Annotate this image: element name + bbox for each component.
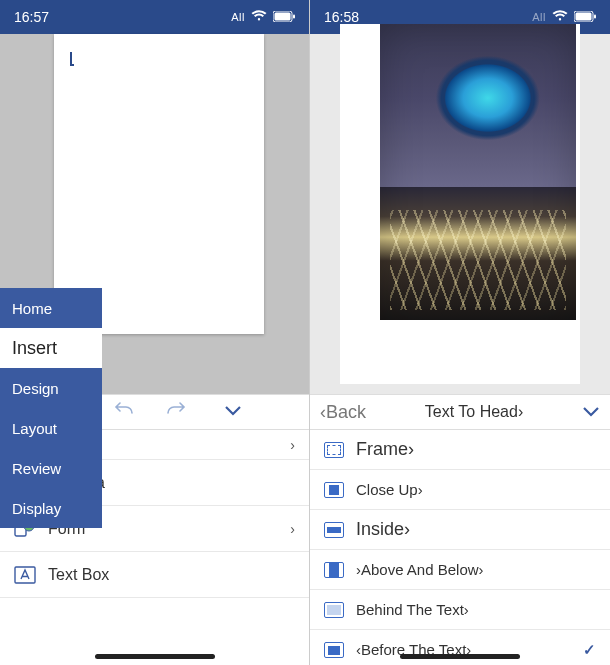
- battery-icon: [574, 9, 596, 25]
- collapse-panel-icon[interactable]: [582, 402, 600, 423]
- wrap-tight-icon: [324, 482, 344, 498]
- wrap-through-icon: [324, 522, 344, 538]
- svg-rect-11: [594, 15, 596, 19]
- ribbon-tab-review[interactable]: Review: [0, 448, 102, 488]
- option-label: Frame›: [356, 439, 414, 460]
- home-indicator[interactable]: [400, 654, 520, 659]
- menu-item-text-box[interactable]: Text Box: [0, 552, 309, 598]
- text-box-icon: [14, 566, 36, 584]
- wrap-options-list: Frame› Close Up› Inside› ›Above And Belo…: [310, 430, 610, 665]
- svg-rect-2: [293, 15, 295, 19]
- wrap-behind-icon: [324, 602, 344, 618]
- ribbon-tab-layout[interactable]: Layout: [0, 408, 102, 448]
- screen-text-wrap: 16:58 All ‹Back Text To Head› Frame›: [310, 0, 610, 665]
- status-right: All: [532, 9, 596, 25]
- status-right: All: [231, 9, 295, 25]
- svg-rect-10: [576, 13, 592, 21]
- status-network-label: All: [231, 11, 245, 23]
- svg-rect-1: [275, 13, 291, 21]
- wrap-frame-icon: [324, 442, 344, 458]
- wrap-option-inside[interactable]: Inside›: [310, 510, 610, 550]
- wrap-option-behind-text[interactable]: Behind The Text›: [310, 590, 610, 630]
- wrap-front-icon: [324, 642, 344, 658]
- status-time: 16:58: [324, 9, 359, 25]
- redo-icon[interactable]: [164, 401, 186, 423]
- collapse-ribbon-icon[interactable]: [224, 403, 242, 421]
- document-canvas[interactable]: [310, 34, 610, 394]
- wrap-option-close-up[interactable]: Close Up›: [310, 470, 610, 510]
- chevron-right-icon: ›: [290, 437, 295, 453]
- wrap-option-before-text[interactable]: ‹Before The Text› ✓: [310, 630, 610, 665]
- wrap-text-header: ‹Back Text To Head›: [310, 394, 610, 430]
- inserted-image[interactable]: [380, 24, 576, 320]
- option-label: ›Above And Below›: [356, 561, 484, 578]
- battery-icon: [273, 9, 295, 25]
- option-label: Behind The Text›: [356, 601, 469, 618]
- ribbon-tab-dropdown: Home Insert Design Layout Review Display: [0, 288, 102, 528]
- chevron-right-icon: ›: [290, 521, 295, 537]
- check-icon: ✓: [583, 641, 596, 659]
- option-label: Close Up›: [356, 481, 423, 498]
- undo-icon[interactable]: [114, 401, 136, 423]
- status-time: 16:57: [14, 9, 49, 25]
- ribbon-tab-design[interactable]: Design: [0, 368, 102, 408]
- wrap-top-bottom-icon: [324, 562, 344, 578]
- ribbon-tab-insert[interactable]: Insert: [0, 328, 102, 368]
- ribbon-tab-display[interactable]: Display: [0, 488, 102, 528]
- wrap-option-above-below[interactable]: ›Above And Below›: [310, 550, 610, 590]
- status-bar: 16:57 All: [0, 0, 309, 34]
- status-network-label: All: [532, 11, 546, 23]
- text-cursor: [70, 52, 74, 66]
- wifi-icon: [552, 9, 568, 25]
- screen-insert-menu: 16:57 All Home Insert Design Layout Revi…: [0, 0, 310, 665]
- wrap-option-frame[interactable]: Frame›: [310, 430, 610, 470]
- back-button[interactable]: ‹Back: [320, 402, 366, 423]
- panel-title: Text To Head›: [366, 403, 582, 421]
- home-indicator[interactable]: [95, 654, 215, 659]
- option-label: Inside›: [356, 519, 410, 540]
- document-page[interactable]: [340, 24, 580, 384]
- ribbon-tab-home[interactable]: Home: [0, 288, 102, 328]
- wifi-icon: [251, 9, 267, 25]
- menu-label: Text Box: [48, 566, 109, 584]
